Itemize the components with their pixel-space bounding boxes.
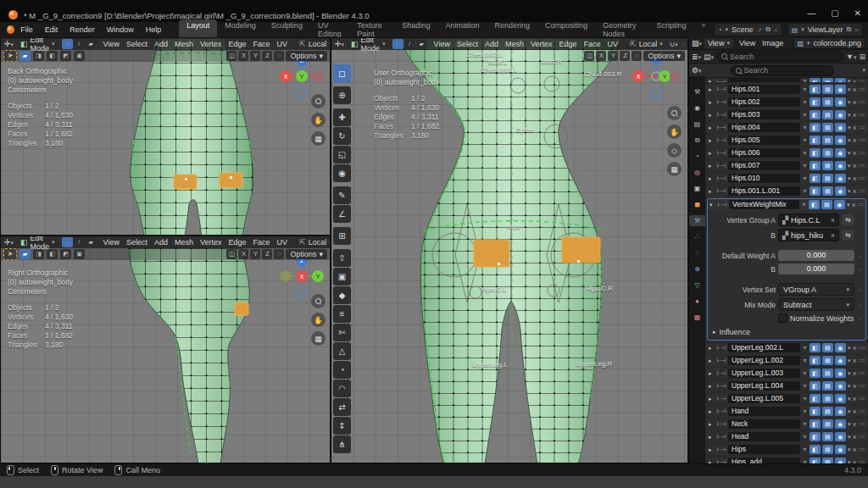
delete-modifier-icon[interactable]: × bbox=[852, 175, 856, 183]
viewport-menu-item[interactable]: UV bbox=[274, 40, 292, 48]
expand-icon[interactable]: ▸ bbox=[709, 434, 715, 441]
drag-handle-icon[interactable]: == bbox=[859, 369, 865, 377]
render-display-toggle[interactable]: ◉ bbox=[835, 123, 846, 132]
vertex-set-dropdown[interactable]: VGroup A▾ bbox=[778, 283, 854, 296]
expand-icon[interactable]: ▸ bbox=[709, 99, 715, 106]
copy-icon[interactable]: ⧉ bbox=[847, 25, 852, 34]
modifier-row[interactable]: ▸⊦⊣Neck▼◧▤◉▾×== bbox=[707, 419, 866, 430]
modifier-row[interactable]: ▸⊦⊣UpperLeg.002.L▼◧▤◉▾×== bbox=[707, 342, 866, 353]
properties-tab-physics[interactable]: ◌ bbox=[689, 247, 705, 258]
delete-modifier-icon[interactable]: × bbox=[852, 86, 856, 94]
modifier-row[interactable]: ▸⊦⊣UpperLeg.L.004▼◧▤◉▾×== bbox=[707, 380, 866, 391]
drag-handle-icon[interactable]: == bbox=[859, 111, 865, 119]
properties-editor-icon[interactable]: ⚙▾ bbox=[692, 66, 702, 75]
editmode-display-toggle[interactable]: ◧ bbox=[810, 356, 821, 365]
normalize-weights-checkbox[interactable] bbox=[778, 313, 787, 323]
proportional-falloff-icon[interactable]: ◌ bbox=[274, 249, 284, 259]
shrink-fatten-tool[interactable]: ⇕ bbox=[333, 417, 351, 435]
editor-type-icon[interactable]: ✛▾ bbox=[4, 238, 14, 247]
modifier-name[interactable]: VertexWeightMix bbox=[729, 200, 799, 209]
mirror-x-button[interactable]: X bbox=[238, 51, 248, 61]
extras-dropdown-icon[interactable]: ▾ bbox=[848, 421, 851, 428]
expand-icon[interactable]: ▸ bbox=[709, 396, 715, 402]
delete-modifier-icon[interactable]: × bbox=[852, 446, 856, 454]
drag-handle-icon[interactable]: == bbox=[859, 78, 865, 82]
display-mode-icon[interactable]: ▤▾ bbox=[704, 53, 714, 61]
realtime-display-toggle[interactable]: ▤ bbox=[822, 343, 833, 352]
modifier-name[interactable]: Hips.007 bbox=[728, 161, 800, 170]
modifier-row[interactable]: ▸⊦⊣UpperLeg.L.002▼◧▤◉▾×== bbox=[707, 355, 866, 366]
vertex-group-mask-icon[interactable]: ▼ bbox=[802, 421, 808, 427]
expand-icon[interactable]: ▸ bbox=[709, 358, 715, 364]
vertex-group-mask-icon[interactable]: ▼ bbox=[802, 383, 808, 389]
expand-icon[interactable]: ▸ bbox=[709, 150, 715, 157]
modifier-name[interactable]: Hips_add bbox=[728, 458, 800, 463]
viewport-menu-item[interactable]: UV bbox=[604, 40, 622, 48]
properties-tab-scene[interactable]: ◔ bbox=[689, 151, 705, 162]
select-box-tool[interactable]: ◻ bbox=[333, 64, 351, 82]
face-mode-button[interactable]: ▰ bbox=[86, 39, 97, 49]
mirror-icon[interactable]: ◫ bbox=[226, 51, 236, 61]
modifier-name[interactable]: Hips bbox=[728, 445, 800, 454]
editmode-display-toggle[interactable]: ◧ bbox=[810, 148, 821, 158]
editmode-display-toggle[interactable]: ◧ bbox=[810, 381, 821, 391]
editor-type-icon[interactable]: ✛▾ bbox=[335, 40, 344, 48]
viewport-menu-item[interactable]: Face bbox=[250, 40, 274, 48]
viewport-menu-item[interactable]: Edge bbox=[556, 40, 581, 48]
delete-modifier-icon[interactable]: × bbox=[852, 369, 856, 378]
render-display-toggle[interactable]: ◉ bbox=[835, 85, 846, 94]
editmode-display-toggle[interactable]: ◧ bbox=[810, 186, 821, 196]
viewport-menu-item[interactable]: Edge bbox=[225, 238, 250, 247]
viewport-menu-item[interactable]: Select bbox=[123, 238, 151, 247]
drag-handle-icon[interactable]: == bbox=[859, 408, 865, 415]
editmode-display-toggle[interactable]: ◧ bbox=[810, 394, 821, 403]
modifier-row[interactable]: ▸⊦⊣Hips.010▼◧▤◉▾×== bbox=[707, 173, 866, 184]
viewport-menu-item[interactable]: Vertex bbox=[197, 238, 225, 247]
extrude-region-tool[interactable]: ⇧ bbox=[333, 249, 351, 267]
vertex-group-mask-icon[interactable]: ▼ bbox=[802, 86, 808, 92]
vertex-group-mask-icon[interactable]: ▼ bbox=[802, 78, 808, 82]
properties-tab-material[interactable]: ● bbox=[689, 296, 705, 307]
active-tool-icon[interactable]: ➤ bbox=[3, 248, 17, 260]
drag-handle-icon[interactable]: == bbox=[859, 433, 865, 441]
editmode-display-toggle[interactable]: ◧ bbox=[810, 445, 821, 454]
clear-icon[interactable]: × bbox=[831, 231, 835, 240]
viewport-menu-item[interactable]: Add bbox=[481, 40, 502, 48]
expand-icon[interactable]: ▸ bbox=[709, 78, 715, 82]
realtime-display-toggle[interactable]: ▤ bbox=[822, 161, 833, 170]
scene-selector[interactable]: ◔▾ Scene ⇗ ⧉ × bbox=[714, 23, 782, 36]
mirror-y-button[interactable]: Y bbox=[250, 51, 260, 61]
properties-search-input[interactable]: Search bbox=[731, 65, 834, 76]
image-datablock[interactable]: ▨▾ colorcode.png bbox=[793, 37, 865, 49]
modifier-row[interactable]: ▸⊦⊣UpperLeg.L.005▼◧▤◉▾×== bbox=[707, 393, 866, 404]
vertex-mode-button[interactable]: ∙ bbox=[62, 39, 73, 49]
realtime-display-toggle[interactable]: ▤ bbox=[822, 110, 833, 119]
render-display-toggle[interactable]: ◉ bbox=[835, 110, 846, 119]
edge-mode-button[interactable]: / bbox=[404, 39, 415, 49]
drag-handle-icon[interactable]: == bbox=[859, 98, 865, 106]
proportional-falloff-icon[interactable]: ◌ bbox=[632, 51, 642, 61]
vertex-group-mask-icon[interactable]: ▼ bbox=[802, 446, 808, 452]
extras-dropdown-icon[interactable]: ▾ bbox=[848, 125, 851, 131]
vertex-group-mask-icon[interactable]: ▼ bbox=[802, 345, 808, 351]
delete-modifier-icon[interactable]: × bbox=[852, 78, 856, 82]
properties-tab-modifiers[interactable]: ⚒ bbox=[689, 215, 705, 226]
pan-hand-icon[interactable]: ✋ bbox=[667, 125, 682, 139]
realtime-display-toggle[interactable]: ▤ bbox=[822, 419, 833, 429]
proportional-editing-icon[interactable]: ◌ bbox=[682, 40, 686, 48]
vertex-group-mask-icon[interactable]: ▼ bbox=[802, 370, 808, 376]
extras-dropdown-icon[interactable]: ▾ bbox=[847, 202, 850, 208]
delete-modifier-icon[interactable]: × bbox=[851, 201, 855, 209]
modifier-row[interactable]: ▸⊦⊣Hand▼◧▤◉▾×== bbox=[707, 406, 866, 417]
extras-dropdown-icon[interactable]: ▾ bbox=[848, 408, 851, 415]
delete-modifier-icon[interactable]: × bbox=[852, 344, 856, 352]
vertex-group-mask-icon[interactable]: ▼ bbox=[802, 163, 808, 169]
annotate-tool[interactable]: ✎ bbox=[333, 186, 351, 204]
extras-dropdown-icon[interactable]: ▾ bbox=[848, 383, 851, 390]
realtime-display-toggle[interactable]: ▤ bbox=[822, 186, 833, 196]
realtime-display-toggle[interactable]: ▤ bbox=[822, 407, 833, 416]
render-display-toggle[interactable]: ◉ bbox=[835, 148, 846, 158]
expand-icon[interactable]: ▸ bbox=[709, 125, 715, 131]
maximize-button[interactable]: ▢ bbox=[831, 8, 838, 18]
modifier-name[interactable]: Hips.001.L.001 bbox=[728, 186, 800, 196]
